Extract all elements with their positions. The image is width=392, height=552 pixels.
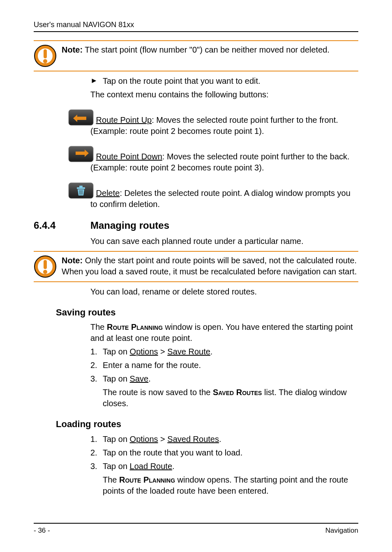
intro-block: ► Tap on the route point that you want t… [90, 76, 358, 100]
route-point-down-label: Route Point Down [96, 152, 162, 161]
footer-rule [34, 523, 358, 524]
note-text-1: Note: The start point (flow number "0") … [62, 44, 358, 55]
loading-steps: 1. Tap on Options > Saved Routes. 2. Tap… [90, 434, 358, 497]
note2-label: Note: [62, 256, 83, 265]
running-header: User's manual NAVIGON 81xx [34, 20, 358, 30]
saving-steps: 1. Tap on Options > Save Route. 2. Enter… [90, 346, 358, 409]
route-point-up-icon [68, 109, 94, 126]
note-block-1: Note: The start point (flow number "0") … [34, 41, 358, 71]
route-point-up-block: Route Point Up: Moves the selected route… [90, 109, 358, 137]
section-title: Managing routes [90, 219, 169, 232]
page-number: - 36 - [34, 526, 50, 536]
intro-bullet-text: Tap on the route point that you want to … [103, 76, 261, 87]
bullet-arrow-icon: ► [90, 76, 103, 87]
list-item: 2. Tap on the route that you want to loa… [90, 447, 358, 458]
step-number: 2. [90, 360, 103, 371]
footer-section: Navigation [325, 526, 358, 536]
step-text: Tap on Options > Saved Routes. [103, 434, 221, 445]
delete-desc: : Deletes the selected route point. A di… [90, 189, 350, 209]
page: User's manual NAVIGON 81xx Note: The sta… [0, 0, 392, 552]
saving-heading: Saving routes [56, 306, 358, 319]
step-text: Enter a name for the route. [103, 360, 201, 371]
note2-rule-bottom [34, 281, 358, 282]
note-label: Note: [62, 45, 83, 54]
section-heading: 6.4.4 Managing routes [34, 219, 358, 232]
alert-icon [34, 255, 57, 278]
list-item: 1. Tap on Options > Save Route. [90, 346, 358, 357]
section-number: 6.4.4 [34, 219, 90, 232]
section-intro: You can save each planned route under a … [90, 236, 358, 247]
step-number: 3. [90, 461, 103, 497]
note-rule-bottom [34, 71, 358, 71]
header-rule [34, 31, 358, 32]
list-item: 3. Tap on Save. The route is now saved t… [90, 373, 358, 409]
after-note2-text: You can load, rename or delete stored ro… [90, 286, 358, 297]
saving-intro-pre: The [90, 322, 107, 331]
step-number: 1. [90, 434, 103, 445]
step-subtext: The route is now saved to the Saved Rout… [103, 387, 358, 409]
delete-block: Delete: Deletes the selected route point… [90, 182, 358, 210]
delete-label: Delete [96, 189, 120, 198]
delete-text: Delete: Deletes the selected route point… [90, 189, 350, 209]
step-text: Tap on Load Route. The Route Planning wi… [103, 461, 358, 497]
saving-intro-sc: Route Planning [107, 322, 163, 331]
loading-heading: Loading routes [56, 418, 358, 430]
route-point-up-label: Route Point Up [96, 115, 152, 124]
note-body: The start point (flow number "0") can be… [83, 45, 330, 54]
note-block-2: Note: Only the start point and route poi… [34, 252, 358, 281]
step-subtext: The Route Planning window opens. The sta… [103, 474, 358, 497]
step-text: Tap on Options > Save Route. [103, 346, 212, 357]
step-number: 1. [90, 346, 103, 357]
alert-icon [34, 44, 57, 67]
route-point-up-text: Route Point Up: Moves the selected route… [90, 115, 338, 136]
footer: - 36 - Navigation [34, 523, 358, 536]
step-number: 3. [90, 373, 103, 409]
list-item: 3. Tap on Load Route. The Route Planning… [90, 461, 358, 497]
list-item: 2. Enter a name for the route. [90, 360, 358, 371]
trash-icon [68, 182, 94, 199]
route-point-down-block: Route Point Down: Moves the selected rou… [90, 146, 358, 173]
route-point-down-icon [68, 146, 94, 162]
step-text: Tap on the route that you want to load. [103, 447, 242, 458]
context-line: The context menu contains the following … [90, 89, 358, 100]
saving-intro: The Route Planning window is open. You h… [90, 322, 358, 344]
step-number: 2. [90, 447, 103, 458]
route-point-down-text: Route Point Down: Moves the selected rou… [90, 152, 350, 172]
list-item: 1. Tap on Options > Saved Routes. [90, 434, 358, 445]
note-text-2: Note: Only the start point and route poi… [62, 255, 358, 277]
step-text: Tap on Save. The route is now saved to t… [103, 373, 358, 409]
note2-body: Only the start point and route points wi… [62, 256, 357, 276]
